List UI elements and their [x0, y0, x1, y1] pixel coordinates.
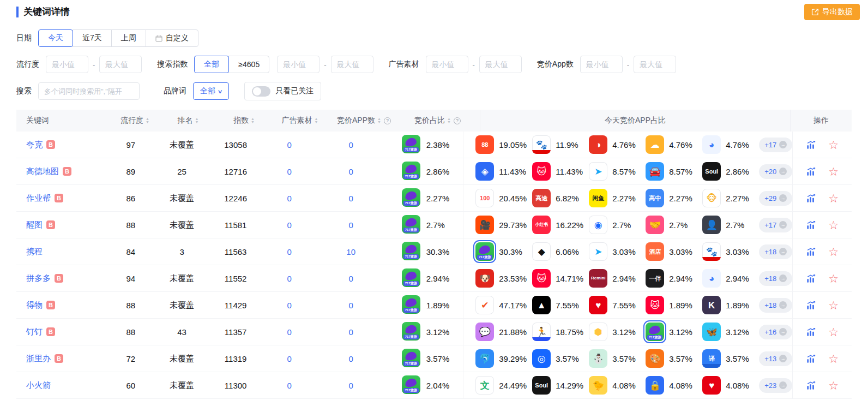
favorite-star-icon[interactable]	[828, 326, 839, 338]
bid-apps-value[interactable]: 0	[318, 274, 384, 283]
date-tab-custom[interactable]: 自定义	[146, 29, 198, 47]
col-header-rank[interactable]: 排名	[158, 116, 218, 126]
ad-material-value[interactable]: 0	[261, 140, 318, 150]
ad-material-max-input[interactable]	[479, 56, 522, 73]
trend-chart-icon[interactable]	[806, 380, 816, 391]
favorite-star-icon[interactable]	[828, 246, 839, 258]
bid-apps-value[interactable]: 0	[318, 327, 384, 337]
keyword-link[interactable]: 钉钉	[26, 327, 43, 337]
keyword-link[interactable]: 拼多多	[26, 273, 51, 284]
bid-apps-value[interactable]: 0	[318, 220, 384, 230]
more-apps-badge[interactable]: +18	[759, 244, 792, 259]
popularity-max-input[interactable]	[99, 56, 142, 73]
sort-icon[interactable]	[251, 117, 255, 124]
help-icon[interactable]	[454, 117, 461, 124]
favorite-star-icon[interactable]	[828, 300, 839, 311]
trend-chart-icon[interactable]	[806, 354, 816, 364]
sort-icon[interactable]	[146, 117, 149, 124]
sort-icon[interactable]	[315, 117, 318, 124]
keyword-link[interactable]: 高德地图	[26, 166, 59, 177]
trend-chart-icon[interactable]	[806, 140, 816, 150]
bid-apps-value[interactable]: 0	[318, 354, 384, 363]
favorite-star-icon[interactable]	[828, 273, 839, 284]
col-header-popularity[interactable]: 流行度	[112, 116, 158, 126]
ad-material-value[interactable]: 0	[261, 354, 318, 363]
date-tab-lastweek[interactable]: 上周	[111, 29, 146, 47]
search-index-min-input[interactable]	[277, 56, 320, 73]
help-icon[interactable]	[384, 117, 391, 124]
watch-only-toggle[interactable]	[252, 86, 270, 97]
keyword-search-input[interactable]	[38, 82, 140, 100]
expand-arrow-icon[interactable]	[779, 355, 787, 362]
expand-arrow-icon[interactable]	[779, 248, 787, 255]
keyword-link[interactable]: 夸克	[26, 140, 43, 150]
favorite-star-icon[interactable]	[828, 380, 839, 391]
search-index-threshold-button[interactable]: ≥4605	[228, 56, 269, 73]
col-header-ad-material[interactable]: 广告素材	[270, 116, 330, 126]
expand-arrow-icon[interactable]	[779, 168, 787, 175]
search-index-max-input[interactable]	[331, 56, 373, 73]
more-apps-badge[interactable]: +29	[759, 191, 792, 206]
more-apps-badge[interactable]: +17	[759, 138, 792, 152]
ad-material-value[interactable]: 0	[261, 194, 318, 203]
more-apps-badge[interactable]: +16	[759, 325, 792, 339]
expand-arrow-icon[interactable]	[779, 221, 787, 229]
ad-material-value[interactable]: 0	[261, 301, 318, 310]
expand-arrow-icon[interactable]	[779, 328, 787, 336]
expand-arrow-icon[interactable]	[779, 381, 787, 389]
bid-apps-value[interactable]: 0	[318, 301, 384, 310]
col-header-index[interactable]: 指数	[218, 116, 270, 126]
keyword-link[interactable]: 作业帮	[26, 193, 51, 204]
bid-apps-value[interactable]: 0	[318, 140, 384, 150]
ad-material-value[interactable]: 0	[261, 220, 318, 230]
trend-chart-icon[interactable]	[806, 220, 816, 230]
more-apps-badge[interactable]: +18	[759, 271, 792, 286]
keyword-link[interactable]: 小火箭	[26, 380, 51, 391]
popularity-min-input[interactable]	[46, 56, 88, 73]
more-apps-badge[interactable]: +18	[759, 298, 792, 313]
more-apps-badge[interactable]: +17	[759, 218, 792, 232]
date-tab-7days[interactable]: 近7天	[73, 29, 112, 47]
expand-arrow-icon[interactable]	[779, 274, 787, 282]
ad-material-value[interactable]: 0	[261, 167, 318, 176]
trend-chart-icon[interactable]	[806, 166, 816, 177]
trend-chart-icon[interactable]	[806, 300, 816, 311]
search-index-all-button[interactable]: 全部	[194, 56, 229, 73]
expand-arrow-icon[interactable]	[779, 141, 787, 148]
ad-material-min-input[interactable]	[426, 56, 468, 73]
sort-icon[interactable]	[447, 117, 451, 124]
bid-app-count-max-input[interactable]	[634, 56, 676, 73]
bid-apps-value[interactable]: 0	[318, 167, 384, 176]
more-apps-badge[interactable]: +20	[759, 164, 792, 179]
trend-chart-icon[interactable]	[806, 247, 816, 257]
ad-material-value[interactable]: 0	[261, 247, 318, 256]
favorite-star-icon[interactable]	[828, 139, 839, 151]
date-tab-today[interactable]: 今天	[38, 29, 73, 47]
sort-icon[interactable]	[195, 117, 199, 124]
trend-chart-icon[interactable]	[806, 327, 816, 337]
keyword-link[interactable]: 浙里办	[26, 354, 51, 364]
more-apps-badge[interactable]: +23	[759, 378, 792, 393]
expand-arrow-icon[interactable]	[779, 194, 787, 202]
trend-chart-icon[interactable]	[806, 273, 816, 284]
ad-material-value[interactable]: 0	[261, 381, 318, 390]
ad-material-value[interactable]: 0	[261, 274, 318, 283]
export-button[interactable]: 导出数据	[804, 4, 860, 20]
bid-apps-value[interactable]: 0	[318, 194, 384, 203]
keyword-link[interactable]: 醒图	[26, 220, 43, 230]
sort-icon[interactable]	[377, 117, 381, 124]
ad-material-value[interactable]: 0	[261, 327, 318, 337]
keyword-link[interactable]: 携程	[26, 247, 43, 257]
more-apps-badge[interactable]: +13	[759, 351, 792, 366]
favorite-star-icon[interactable]	[828, 219, 839, 231]
expand-arrow-icon[interactable]	[779, 301, 787, 309]
favorite-star-icon[interactable]	[828, 166, 839, 177]
bid-apps-value[interactable]: 10	[318, 247, 384, 256]
bid-app-count-min-input[interactable]	[580, 56, 623, 73]
brand-word-dropdown[interactable]: 全部	[193, 82, 229, 100]
col-header-bid-share[interactable]: 竞价占比	[398, 116, 480, 126]
favorite-star-icon[interactable]	[828, 193, 839, 204]
col-header-bid-apps[interactable]: 竞价APP数	[330, 116, 398, 126]
bid-apps-value[interactable]: 0	[318, 381, 384, 390]
trend-chart-icon[interactable]	[806, 193, 816, 204]
